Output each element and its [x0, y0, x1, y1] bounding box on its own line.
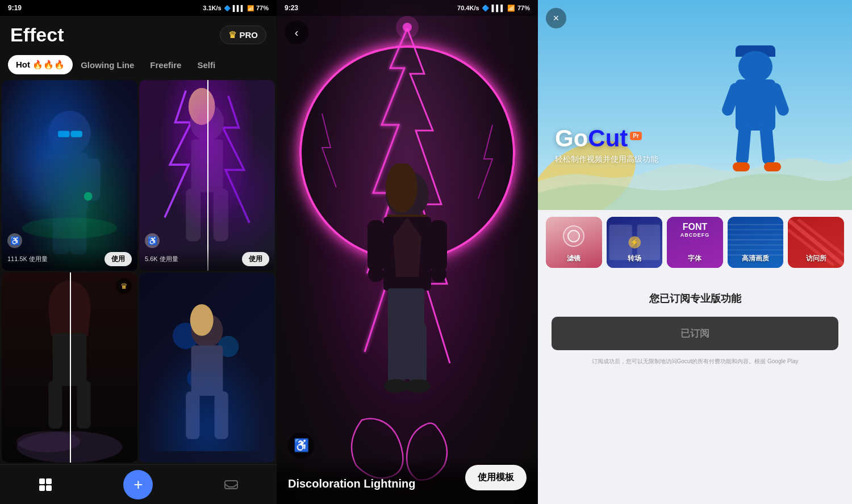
effect-item-1[interactable]: ♿ 111.5K 使用量 使用	[2, 80, 137, 271]
status-bar-2: 9:23 70.4K/s 🔷 ▌▌▌ 📶 77%	[277, 0, 538, 16]
status-right-1: 3.1K/s 🔷 ▌▌▌ 📶 77%	[203, 5, 269, 11]
feature-transition[interactable]: ⚡ 转场	[607, 217, 663, 268]
split-line-3	[70, 272, 71, 463]
bluetooth-icon-2: 🔷	[482, 5, 490, 12]
svg-rect-12	[186, 188, 201, 241]
svg-line-67	[798, 220, 844, 255]
tab-selfi[interactable]: Selfi	[189, 56, 223, 74]
network-speed-1: 3.1K/s	[203, 5, 221, 11]
wifi-icon-2: 📶	[507, 5, 515, 12]
svg-rect-50	[410, 322, 427, 385]
gocut-character	[716, 51, 795, 176]
effects-grid: ♿ 111.5K 使用量 使用	[0, 80, 277, 464]
svg-point-27	[190, 304, 214, 335]
back-button[interactable]: ‹	[285, 20, 308, 44]
gocut-brand: GoCutPr 轻松制作视频并使用高级功能	[555, 125, 658, 165]
blue-char	[716, 51, 795, 176]
subscribed-button[interactable]: 已订阅	[552, 317, 838, 350]
panel-lightning: 9:23 70.4K/s 🔷 ▌▌▌ 📶 77%	[277, 0, 538, 504]
effect-item-3[interactable]: ♛	[2, 272, 137, 463]
feature-lens[interactable]: 滤镜	[546, 217, 602, 268]
effect-item-4[interactable]	[139, 272, 275, 463]
gocut-features: 滤镜 ⚡ 转场 FONT ABCDEFG 字体	[538, 210, 852, 275]
blue-head	[738, 51, 772, 82]
svg-rect-1	[51, 153, 88, 212]
lens-icon-svg	[561, 224, 586, 249]
effect-thumbnail-4	[139, 272, 275, 463]
signal-icon-2: ▌▌▌	[492, 5, 505, 11]
status-right-2: 70.4K/s 🔷 ▌▌▌ 📶 77%	[457, 5, 530, 12]
gocut-footer: 订阅成功后，您可以无限制地访问Gocut的所有付费功能和内容。根据 Google…	[538, 350, 852, 372]
svg-point-0	[48, 111, 91, 155]
grid-icon-svg	[38, 477, 53, 492]
svg-rect-49	[388, 322, 405, 385]
nav-inbox-icon[interactable]	[219, 472, 244, 497]
time-1: 9:19	[8, 4, 22, 12]
feature-access[interactable]: 访问所	[788, 217, 844, 268]
gocut-hero: GoCutPr 轻松制作视频并使用高级功能 ×	[538, 0, 852, 210]
svg-rect-32	[46, 478, 52, 484]
crown-overlay-3: ♛	[116, 278, 132, 294]
panel-effect: 9:19 3.1K/s 🔷 ▌▌▌ 📶 77% Effect ♛ PRO Hot…	[0, 0, 277, 504]
svg-point-6	[22, 217, 118, 238]
blue-shoe-left	[733, 162, 750, 171]
gocut-subtitle: 轻松制作视频并使用高级功能	[555, 154, 658, 165]
svg-rect-17	[48, 381, 62, 429]
svg-rect-18	[77, 381, 91, 429]
nav-grid-icon[interactable]	[33, 472, 58, 497]
close-icon: ×	[553, 12, 559, 24]
accessibility-button[interactable]: ♿	[288, 432, 314, 459]
feature-transition-label: 转场	[628, 254, 641, 263]
svg-rect-3	[85, 158, 100, 201]
svg-text:⚡: ⚡	[630, 238, 639, 247]
item-overlay-1: 111.5K 使用量 使用	[2, 247, 137, 271]
signal-icon: ▌▌▌	[233, 5, 245, 11]
feature-hd-label: 高清画质	[742, 254, 769, 263]
bottom-nav: +	[0, 464, 277, 504]
nav-add-button[interactable]: +	[123, 470, 153, 499]
svg-rect-33	[39, 485, 45, 491]
feature-font-label: 字体	[688, 254, 701, 263]
gocut-close-button[interactable]: ×	[546, 8, 566, 28]
svg-rect-45	[430, 220, 447, 271]
item-stats-1: 111.5K 使用量	[7, 255, 48, 263]
feature-hd[interactable]: 高清画质	[728, 217, 784, 268]
lightning-bottom-bar: Discoloration Lightning 使用模板	[277, 456, 538, 504]
svg-point-46	[368, 266, 384, 282]
feature-access-label: 访问所	[806, 254, 826, 263]
svg-rect-31	[39, 478, 45, 484]
tab-hot[interactable]: Hot 🔥🔥🔥	[8, 55, 73, 74]
wifi-icon: 📶	[247, 5, 254, 11]
svg-point-7	[84, 192, 93, 201]
effect-header: Effect ♛ PRO	[0, 16, 277, 52]
tab-freefire[interactable]: Freefire	[142, 56, 189, 74]
svg-point-51	[384, 379, 409, 393]
tab-glowing-line[interactable]: Glowing Line	[73, 56, 142, 74]
effect-title: Effect	[10, 24, 64, 46]
battery-1: 77%	[256, 5, 269, 11]
person-silhouette-svg	[345, 163, 470, 459]
feature-font[interactable]: FONT ABCDEFG 字体	[667, 217, 723, 268]
battery-2: 77%	[517, 5, 530, 11]
use-btn-1[interactable]: 使用	[105, 252, 132, 266]
svg-point-37	[396, 16, 419, 39]
svg-rect-13	[214, 188, 228, 241]
svg-rect-9	[70, 131, 82, 137]
effect-item-2[interactable]: ♿ 5.6K 使用量 使用	[139, 80, 275, 271]
pro-badge[interactable]: ♛ PRO	[220, 26, 266, 44]
gocut-logo: GoCutPr	[555, 125, 658, 152]
crown-icon: ♛	[228, 30, 236, 40]
use-btn-2[interactable]: 使用	[242, 252, 269, 266]
blue-leg-right	[759, 124, 775, 165]
blue-body	[736, 79, 775, 131]
use-template-button[interactable]: 使用模板	[465, 465, 527, 490]
pro-label: PRO	[239, 30, 258, 40]
effect-name: Discoloration Lightning	[288, 477, 415, 490]
blue-leg-left	[736, 124, 751, 165]
gocut-go: Go	[555, 125, 588, 152]
svg-rect-8	[58, 131, 70, 137]
svg-rect-2	[39, 158, 53, 201]
gocut-cut: Cut	[588, 125, 628, 152]
network-speed-2: 70.4K/s	[457, 5, 479, 11]
blue-shoe-right	[764, 162, 781, 171]
